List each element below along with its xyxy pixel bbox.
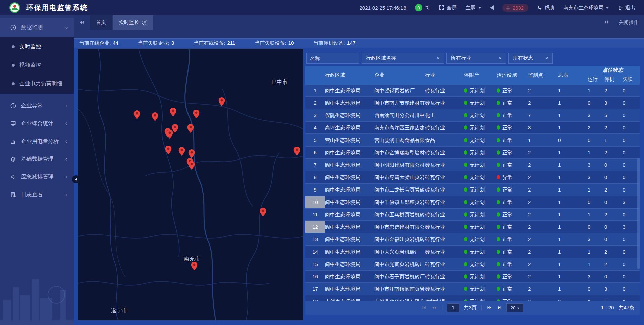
table-row[interactable]: 6 阆中生态环境局 阆中市金博瑞新型墙材 砖瓦行业 无计划 正常 2 1 1 2… [305, 147, 640, 159]
table-row[interactable]: 11 阆中生态环境局 阆中市五马桥页岩机砖 砖瓦行业 无计划 正常 2 1 1 … [305, 209, 640, 221]
chevron-down-icon: ∨ [517, 306, 519, 310]
chevron-down-icon [64, 25, 68, 30]
map-pin[interactable] [178, 147, 185, 156]
region-filter-select[interactable]: 行政区域名称∨ [362, 53, 444, 64]
table-row[interactable]: 1 阆中生态环境局 阆中强锐页岩砖厂 砖瓦行业 无计划 正常 2 1 1 2 0 [305, 85, 640, 97]
org-dropdown[interactable]: 南充市生态环境局 [563, 5, 609, 11]
first-page-button[interactable] [422, 305, 427, 310]
tabs-scroll-right-button[interactable] [604, 20, 610, 25]
table-row[interactable]: 5 营山生态环境局 营山县润丰肉食品有限 食品 无计划 正常 1 0 0 1 0 [305, 134, 640, 147]
tab-close-icon[interactable]: ✕ [142, 20, 147, 25]
map-pin[interactable] [172, 124, 178, 133]
sidebar-collapse-button[interactable] [72, 175, 80, 183]
fullscreen-button[interactable]: 全屏 [439, 5, 457, 11]
cell-region: 仪陇生态环境局 [325, 109, 374, 121]
map-pin[interactable] [193, 110, 199, 118]
cell-running: 1 [588, 184, 604, 196]
logout-button[interactable]: 退出 [618, 5, 635, 11]
map-pin[interactable] [188, 149, 195, 158]
column-header-lost: 失联 [623, 76, 640, 83]
cell-monitor-points: 2 [528, 147, 558, 158]
map-pin[interactable] [188, 161, 195, 170]
column-header-meters: 总表 [558, 66, 588, 85]
table-row[interactable]: 15 阆中生态环境局 阆中市光富页岩机砖厂 砖瓦行业 无计划 正常 2 1 1 … [305, 258, 640, 271]
notification-badge[interactable]: 2632 [502, 4, 528, 12]
column-header-stop: 停限产 [464, 66, 497, 85]
table-row[interactable]: 10 阆中生态环境局 阆中千佛镇五郎垭页岩 砖瓦行业 无计划 正常 2 1 0 … [305, 196, 640, 209]
cell-monitor-points: 2 [528, 184, 558, 196]
sidebar-item-realtime-monitor[interactable]: 实时监控 [0, 38, 74, 56]
table-row[interactable]: 14 阆中生态环境局 阆中大兴页岩机砖厂 砖瓦行业 无计划 正常 2 1 1 2… [305, 246, 640, 258]
table-row[interactable]: 7 阆中生态环境局 阆中明阳建材有限公司 砖瓦行业 无计划 正常 2 1 3 0… [305, 159, 640, 171]
status-filter-select[interactable]: 所有状态∨ [508, 53, 553, 64]
sidebar-item-emergency-reduction[interactable]: 应急减排管理 [0, 168, 74, 186]
table-row[interactable]: 12 阆中生态环境局 阆中市忠信建材有限公 砖瓦行业 无计划 正常 2 1 0 … [305, 221, 640, 233]
table-row[interactable]: 17 阆中生态环境局 阆中市江南镇阆南页岩 砖瓦行业 无计划 正常 2 1 0 … [305, 283, 640, 295]
stats-bar: 当前在线企业:44 当前失联企业:3 当前在线设备:211 当前失联设备:10 … [74, 38, 644, 48]
last-page-button[interactable] [497, 305, 502, 310]
cell-lost: 0 [623, 85, 640, 96]
sidebar-item-enterprise-statistics[interactable]: 企业综合统计 [0, 115, 74, 132]
log-file-icon [10, 192, 16, 198]
tab-home[interactable]: 首页 [90, 15, 112, 30]
map-pin[interactable] [133, 110, 140, 119]
table-row[interactable]: 9 阆中生态环境局 阆中市二龙长宝页岩砖 砖瓦行业 无计划 正常 2 1 1 2… [305, 184, 640, 196]
sound-toggle[interactable] [490, 5, 494, 10]
close-operations-button[interactable]: 关闭操作 [619, 19, 639, 26]
cell-company: 南部县瑞华水泥有限公 [374, 295, 425, 301]
map-pin[interactable] [260, 208, 266, 216]
table-scrollbar-thumb[interactable] [637, 158, 640, 269]
map-pin[interactable] [152, 112, 158, 121]
map-pin[interactable] [170, 108, 176, 116]
location-pin-icon [165, 146, 171, 154]
table-row[interactable]: 8 阆中生态环境局 阆中市枣碧大梁山页岩 砖瓦行业 无计划 异常 2 1 3 0… [305, 171, 640, 184]
sidebar-item-data-monitor[interactable]: 数据监测 [0, 18, 74, 37]
column-header-stopped: 停机 [604, 76, 623, 83]
tab-realtime-monitor[interactable]: 实时监控 ✕ [113, 15, 153, 30]
sidebar-item-base-data[interactable]: 基础数据管理 [0, 150, 74, 168]
table-row[interactable]: 18 南部生态环境局 南部县瑞华水泥有限公 建材水泥 无计划 正常 6 0 0 … [305, 295, 640, 301]
tabs-scroll-left-button[interactable] [74, 15, 90, 30]
status-dot-icon [497, 212, 500, 217]
name-filter-input[interactable] [306, 53, 359, 64]
cell-stop-status: 无计划 [464, 196, 497, 208]
cell-total-meters: 1 [558, 97, 588, 109]
prev-page-button[interactable] [431, 305, 437, 310]
column-group-label: 点位状态 [588, 67, 638, 73]
map-pin[interactable] [165, 146, 171, 154]
cell-lost: 0 [623, 97, 640, 109]
help-button[interactable]: 帮助 [537, 5, 554, 11]
cell-region: 阆中生态环境局 [325, 233, 374, 245]
table-row[interactable]: 16 阆中生态环境局 阆中市石子页岩机砖厂 砖瓦行业 无计划 正常 2 1 3 … [305, 271, 640, 283]
industry-filter-select[interactable]: 所有行业∨ [446, 53, 506, 64]
sidebar-item-power-analysis[interactable]: 企业用电量分析 [0, 132, 74, 150]
map-panel[interactable]: 巴中市 南充市 遂宁市 [78, 49, 303, 320]
table-row[interactable]: 13 阆中生态环境局 阆中市金福旺页岩机砖 砖瓦行业 无计划 正常 2 1 3 … [305, 233, 640, 246]
map-pin[interactable] [293, 147, 300, 155]
page-number-input[interactable] [447, 303, 459, 312]
map-pin[interactable] [187, 124, 194, 133]
sidebar-item-power-load-detail[interactable]: 企业电力负荷明细 [0, 74, 74, 93]
cell-industry: 建材水泥 [425, 295, 464, 301]
cell-monitor-points: 2 [528, 97, 558, 109]
map-pin[interactable] [219, 97, 225, 106]
cell-region: 阆中生态环境局 [325, 171, 374, 183]
cell-industry: 砖瓦行业 [425, 122, 464, 133]
cell-stop-status: 无计划 [464, 159, 497, 171]
table-row[interactable]: 3 仪陇生态环境局 西南油气田分公司川中 化工 无计划 正常 7 1 3 5 0 [305, 109, 640, 122]
page-size-select[interactable]: 20∨ [506, 303, 523, 312]
sidebar-item-enterprise-abnormal[interactable]: 企业异常 [0, 97, 74, 115]
theme-dropdown[interactable]: 主题 [466, 5, 481, 11]
cell-index: 3 [305, 109, 325, 121]
map-pin[interactable] [191, 262, 197, 270]
sidebar-item-video-monitor[interactable]: 视频监控 [0, 56, 74, 74]
table-row[interactable]: 4 高坪生态环境局 南充市高坪区王家店建 砖瓦行业 无计划 正常 3 1 2 2… [305, 122, 640, 134]
location-pin-icon [219, 97, 225, 106]
cell-total-meters: 1 [558, 271, 588, 282]
cell-stop-status: 无计划 [464, 209, 497, 220]
cell-index: 14 [305, 246, 325, 258]
next-page-button[interactable] [487, 305, 492, 310]
app-title: 环保用电监管系统 [26, 3, 88, 12]
sidebar-item-log-view[interactable]: 日志查看 [0, 186, 74, 204]
table-row[interactable]: 2 阆中生态环境局 阆中市南方节能建材有 砖瓦行业 无计划 正常 2 1 0 3… [305, 97, 640, 109]
